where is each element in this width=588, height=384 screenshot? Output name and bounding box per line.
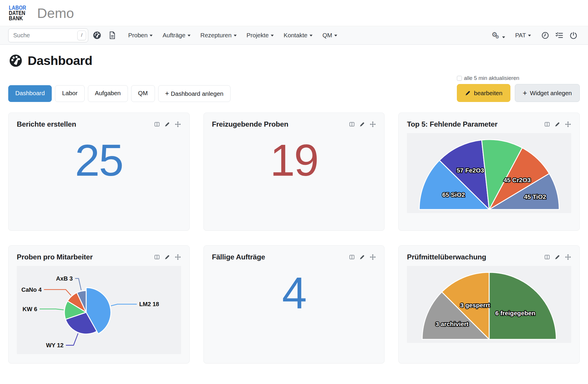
- pencil-icon: [465, 90, 471, 96]
- widget-edit-button[interactable]: [554, 254, 560, 260]
- main-content: Dashboard Dashboard Labor Aufgaben QM +D…: [0, 53, 588, 363]
- navbar-right: ⚙ ⚙ PAT: [491, 29, 580, 42]
- user-menu[interactable]: PAT: [511, 29, 535, 42]
- tab-dashboard[interactable]: Dashboard: [8, 85, 52, 102]
- columns-icon: [349, 121, 355, 127]
- nav-item-qm[interactable]: QM: [318, 29, 341, 42]
- edit-dashboard-button[interactable]: bearbeiten: [457, 84, 510, 102]
- half-pie-chart: 65 SiO257 Fe2O345 Cr2O345 TiO2: [407, 133, 571, 213]
- pencil-icon: [554, 254, 560, 260]
- tab-labor[interactable]: Labor: [55, 85, 84, 102]
- widget-title: Proben pro Mitarbeiter: [17, 253, 93, 261]
- main-navbar: / Proben Aufträge Rezepturen Projekte Ko…: [0, 26, 588, 45]
- app-header: LABOR DATEN BANK Demo: [0, 0, 588, 26]
- nav-item-auftraege[interactable]: Aufträge: [158, 29, 195, 42]
- move-icon: [565, 254, 571, 260]
- svg-text:KW 6: KW 6: [23, 306, 37, 312]
- tab-qm[interactable]: QM: [131, 85, 155, 102]
- move-icon: [175, 254, 181, 260]
- chevron-down-icon: [188, 35, 191, 36]
- pencil-icon: [359, 254, 365, 260]
- widget-layout-button[interactable]: [349, 254, 355, 260]
- widget-move-handle[interactable]: [175, 121, 181, 128]
- pencil-icon: [359, 121, 365, 127]
- svg-text:WY 12: WY 12: [46, 342, 64, 348]
- svg-text:LM2 18: LM2 18: [139, 301, 159, 307]
- widget-layout-button[interactable]: [154, 121, 160, 127]
- plus-icon: +: [165, 90, 169, 97]
- checklist-icon: [555, 31, 564, 39]
- add-widget-button[interactable]: + Widget anlegen: [515, 84, 580, 102]
- settings-gears-menu[interactable]: ⚙ ⚙: [491, 31, 506, 40]
- chevron-down-icon: [502, 36, 505, 38]
- chevron-down-icon: [334, 35, 337, 36]
- chevron-down-icon: [528, 35, 531, 36]
- file-lines-icon: [108, 31, 116, 39]
- pencil-icon: [164, 121, 170, 127]
- widget-move-handle[interactable]: [370, 254, 376, 260]
- history-button[interactable]: [539, 29, 552, 42]
- widget-move-handle[interactable]: [565, 254, 571, 260]
- svg-text:AxB 3: AxB 3: [56, 275, 73, 282]
- pencil-icon: [164, 254, 170, 260]
- page-title: Dashboard: [28, 53, 92, 68]
- nav-item-rezepturen[interactable]: Rezepturen: [196, 29, 241, 42]
- document-icon[interactable]: [106, 29, 119, 42]
- widget-edit-button[interactable]: [359, 254, 365, 260]
- widget-layout-button[interactable]: [544, 121, 550, 127]
- pie-chart: LM2 18WY 12KW 6CaNo 4AxB 3: [17, 266, 181, 354]
- widget-move-handle[interactable]: [370, 121, 376, 128]
- page-header: Dashboard: [9, 53, 580, 68]
- widget-number-value: 4: [212, 271, 376, 315]
- widget-edit-button[interactable]: [554, 121, 560, 127]
- gauge-icon: [93, 31, 101, 40]
- widget-actions: [349, 254, 376, 260]
- widget-title: Prüfmittelüberwachung: [407, 253, 486, 261]
- move-icon: [370, 121, 376, 128]
- widget-number-value: 25: [17, 138, 181, 182]
- half-pie-chart: 3 archiviert3 gesperrt6 freigegeben: [407, 266, 571, 343]
- search-shortcut-key: /: [77, 31, 86, 40]
- dashboard-palette-icon[interactable]: [91, 29, 103, 42]
- widget-top5-fehlende-parameter: Top 5: Fehlende Parameter 65 SiO257 Fe2O…: [398, 113, 580, 231]
- gear-icon: ⚙: [495, 35, 499, 39]
- nav-item-proben[interactable]: Proben: [124, 29, 157, 42]
- widget-title: Berichte erstellen: [17, 120, 76, 128]
- widget-proben-pro-mitarbeiter: Proben pro Mitarbeiter LM2 18WY 12KW 6Ca…: [8, 245, 190, 363]
- widget-edit-button[interactable]: [164, 254, 170, 260]
- svg-text:65 SiO2: 65 SiO2: [442, 191, 465, 198]
- widget-move-handle[interactable]: [565, 121, 571, 128]
- nav-menu: Proben Aufträge Rezepturen Projekte Kont…: [124, 29, 341, 42]
- nav-item-projekte[interactable]: Projekte: [243, 29, 278, 42]
- columns-icon: [349, 254, 355, 260]
- widget-layout-button[interactable]: [544, 254, 550, 260]
- widget-number-value: 19: [212, 138, 376, 182]
- widget-title: Fällige Aufträge: [212, 253, 265, 261]
- widget-grid: Berichte erstellen 25 Freizugebende Prob…: [8, 113, 580, 363]
- svg-text:45 TiO2: 45 TiO2: [524, 193, 546, 200]
- columns-icon: [544, 254, 550, 260]
- widget-edit-button[interactable]: [164, 121, 170, 127]
- tab-add-dashboard[interactable]: +Dashboard anlegen: [158, 85, 230, 102]
- widget-pruefmittelueberwachung: Prüfmittelüberwachung 3 archiviert3 gesp…: [398, 245, 580, 363]
- tab-aufgaben[interactable]: Aufgaben: [88, 85, 128, 102]
- widget-edit-button[interactable]: [359, 121, 365, 127]
- logout-button[interactable]: [567, 29, 580, 42]
- widget-actions: [544, 254, 571, 260]
- columns-icon: [154, 121, 160, 127]
- nav-item-kontakte[interactable]: Kontakte: [280, 29, 317, 42]
- tasks-button[interactable]: [553, 29, 566, 42]
- widget-move-handle[interactable]: [175, 254, 181, 260]
- move-icon: [565, 121, 571, 128]
- app-logo[interactable]: LABOR DATEN BANK: [9, 5, 26, 21]
- widget-layout-button[interactable]: [349, 121, 355, 127]
- widget-actions: [544, 121, 571, 128]
- svg-text:6 freigegeben: 6 freigegeben: [495, 310, 535, 316]
- auto-refresh-checkbox[interactable]: [457, 76, 462, 81]
- columns-icon: [154, 254, 160, 260]
- dashboard-gauge-icon: [9, 54, 23, 68]
- chevron-down-icon: [310, 35, 313, 36]
- svg-text:3 archiviert: 3 archiviert: [435, 321, 468, 327]
- search-input[interactable]: [8, 28, 88, 42]
- widget-layout-button[interactable]: [154, 254, 160, 260]
